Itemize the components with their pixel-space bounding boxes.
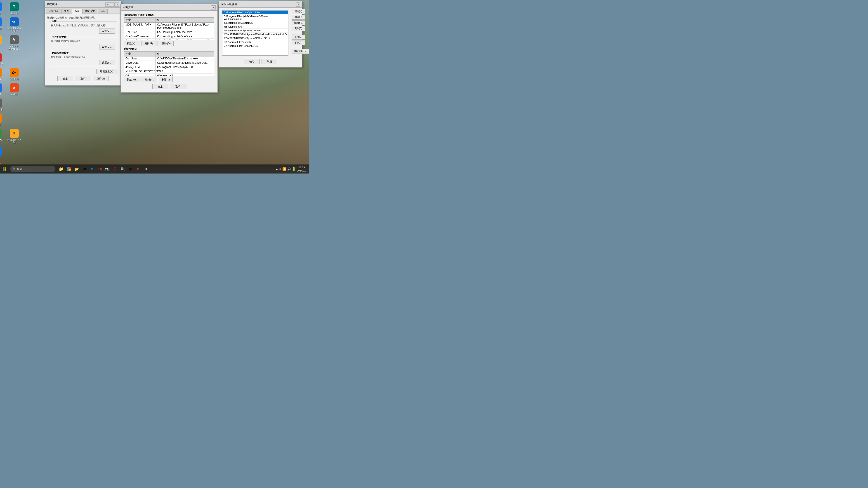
path-item-7[interactable]: C:\Program Files\dotnet\: [222, 40, 288, 44]
sys-props-apply-button[interactable]: 应用(A): [93, 76, 108, 81]
taskbar-file-icon[interactable]: 📂: [73, 165, 80, 173]
user-var-row-path[interactable]: Path C:\Users\liuguanlei\AppData\Local\M…: [124, 39, 214, 40]
path-item-1[interactable]: C:\Program Files (x86)\VMware\VMware Wor…: [222, 14, 288, 21]
tab-computer-name[interactable]: 计算机名: [46, 8, 61, 13]
user-vars-table[interactable]: 变量 值 MOZ_PLUGIN_PATH C:\Program Files (x…: [124, 18, 214, 40]
desktop-icon-firefox[interactable]: 🦊 Firefox: [0, 112, 6, 127]
path-item-3[interactable]: %SystemRoot%: [222, 25, 288, 29]
sys-props-cancel-button[interactable]: 取消: [75, 76, 91, 81]
sys-var-row-numcpu[interactable]: NUMBER_OF_PROCESSORS 24: [124, 69, 214, 74]
desktop-icon-aliwangwang[interactable]: 🛍 阿里旺旺: [6, 67, 23, 82]
edit-path-button-row: 确定 取消: [222, 59, 299, 64]
tray-battery-icon[interactable]: 🔋: [292, 167, 296, 171]
taskbar-folder-icon[interactable]: 🗂: [81, 165, 88, 173]
desktop-icon-xmind[interactable]: ✕ Xmind: [6, 82, 23, 97]
path-delete-button[interactable]: 删除(D): [291, 26, 305, 31]
tray-lang-icon[interactable]: 英: [279, 167, 281, 171]
taskbar-search2-icon[interactable]: 🔍: [119, 165, 126, 173]
user-var-row-onedrive[interactable]: OneDrive C:\Users\liuguanlei\OneDrive: [124, 30, 214, 34]
path-down-button[interactable]: 下移(O): [291, 40, 305, 45]
env-confirm-button[interactable]: 确定: [152, 84, 168, 89]
path-browse-button[interactable]: 浏览(B)...: [291, 20, 305, 25]
env-close-button[interactable]: ✕: [211, 5, 216, 9]
tab-system-protection[interactable]: 系统保护: [82, 8, 97, 13]
taskbar-youdao-icon[interactable]: 有: [134, 165, 142, 173]
path-item-2[interactable]: %SystemRoot%\system32: [222, 21, 288, 25]
tray-expand-icon[interactable]: ∧: [276, 167, 278, 171]
user-profiles-settings-button[interactable]: 设置(E)...: [99, 44, 115, 50]
edit-path-confirm-button[interactable]: 确定: [244, 59, 260, 64]
desktop-icon-guardman[interactable]: 🛡 电脑管家: [0, 128, 6, 145]
edit-path-cancel-button[interactable]: 取消: [261, 59, 277, 64]
sys-vars-table[interactable]: 变量 值 ComSpec C:\WINDOWS\system32\cmd.exe…: [124, 51, 214, 76]
tray-volume-icon[interactable]: 🔊: [287, 167, 291, 171]
path-up-button[interactable]: 上移(U): [291, 35, 305, 39]
taskbar-extra-icon[interactable]: ⊕: [142, 165, 149, 173]
sys-new-button[interactable]: 新建(W)...: [124, 77, 141, 82]
taskbar-camera-icon[interactable]: 📷: [104, 165, 111, 173]
maximize-button[interactable]: □: [110, 2, 115, 6]
desktop-icon-sunflower[interactable]: 🌻 向日葵远程控制: [6, 128, 23, 145]
path-item-8[interactable]: C:\Program Files\Tencent\QQNT: [222, 44, 288, 48]
path-new-button[interactable]: 新建(N): [291, 9, 305, 14]
path-edit-button[interactable]: 编辑(E): [291, 15, 305, 20]
sys-var-row-driverdata[interactable]: DriverData C:\Windows\System32\Drivers\D…: [124, 61, 214, 65]
desktop-icon-feishu[interactable]: ◉ 飞书: [0, 145, 6, 160]
taskbar-explorer-icon[interactable]: 📁: [58, 165, 65, 173]
desktop-icon-typora[interactable]: T Typora: [6, 1, 23, 16]
taskbar-search[interactable]: 🔍 搜索: [10, 166, 55, 172]
tab-advanced[interactable]: 高级: [72, 8, 82, 14]
desktop-icon-netspeed[interactable]: ↑↓ 网速诺手: [0, 82, 6, 97]
user-var-row-moz[interactable]: MOZ_PLUGIN_PATH C:\Program Files (x86)\F…: [124, 23, 214, 30]
edit-path-close-button[interactable]: ✕: [296, 2, 301, 6]
close-button[interactable]: ✕: [115, 2, 119, 6]
path-item-6[interactable]: %SYSTEMROOT%\System32\OpenSSH\: [222, 36, 288, 40]
sys-var-row-os[interactable]: OS Windows_NT: [124, 74, 214, 76]
sys-var-row-javahome[interactable]: JAVA_HOME C:\Program Files\Java\jdk-1.8: [124, 65, 214, 69]
user-var-row-onedrivecons[interactable]: OneDriveConsumer C:\Users\liuguanlei\One…: [124, 34, 214, 39]
taskbar-opera-icon[interactable]: O: [112, 165, 119, 173]
env-vars-titlebar[interactable]: 环境变量 ✕: [121, 4, 217, 11]
user-vars-header: 变量 值: [124, 18, 214, 23]
sys-props-confirm-button[interactable]: 确定: [57, 76, 73, 81]
xmind-icon: ✕: [10, 84, 19, 92]
tray-wifi-icon[interactable]: 📶: [282, 167, 286, 171]
sys-edit-button[interactable]: 编辑(I)...: [142, 77, 158, 82]
desktop-icon-drawio[interactable]: draw draw.io: [0, 67, 6, 82]
desktop-icon-docs[interactable]: 📁 文档: [0, 34, 6, 52]
minimize-button[interactable]: ─: [105, 2, 110, 6]
desktop-icon-chrome[interactable]: Google Chrome: [0, 161, 6, 164]
performance-settings-button[interactable]: 设置(V)...: [99, 28, 115, 34]
path-edit-text-button[interactable]: 编辑文本(T)...: [291, 49, 309, 54]
edit-path-titlebar[interactable]: 编辑环境变量 ✕: [219, 1, 302, 8]
tab-remote[interactable]: 远程: [98, 8, 107, 13]
taskbar-pdf-icon[interactable]: PDF: [96, 165, 103, 173]
taskbar-edge-icon[interactable]: e: [88, 165, 96, 173]
env-cancel-button[interactable]: 取消: [170, 84, 186, 89]
tray-time[interactable]: 11:13 2024/1/2: [297, 166, 307, 172]
user-vars-label: liuguanglei 的用户变量(U): [124, 13, 214, 17]
user-new-button[interactable]: 新建(N)...: [124, 41, 140, 46]
env-vars-button[interactable]: 环境变量(N)...: [96, 69, 119, 74]
start-button[interactable]: [0, 164, 9, 173]
desktop-icon-computer[interactable]: 🖥 此电脑: [0, 1, 6, 16]
path-item-0[interactable]: C:\Program Files\Java\jdk-1.8\bin: [222, 11, 288, 14]
taskbar-chrome-icon[interactable]: [65, 165, 72, 173]
desktop-icon-tencent-meeting[interactable]: 📹 腾讯会议: [0, 16, 6, 34]
path-item-4[interactable]: %SystemRoot%\System32\Wbem: [222, 29, 288, 33]
sys-delete-button[interactable]: 删除(L): [159, 77, 173, 82]
path-list[interactable]: C:\Program Files\Java\jdk-1.8\bin C:\Pro…: [222, 10, 288, 56]
desktop-icon-vmware[interactable]: V VMware Workstati...: [6, 34, 23, 52]
path-item-5[interactable]: %SYSTEMROOT%\System32\WindowsPowerShell\…: [222, 33, 288, 36]
taskbar-feishu-icon[interactable]: ◉: [127, 165, 134, 173]
desktop-icon-wps[interactable]: W WPS Office: [0, 52, 6, 67]
desktop-icon-everything[interactable]: 🔍 Everything: [0, 97, 6, 112]
user-delete-button[interactable]: 删除(D): [159, 41, 174, 46]
desktop-icon-vscode[interactable]: VS Visual Studio Code: [6, 16, 23, 34]
sys-props-titlebar[interactable]: 系统属性 ─ □ ✕: [45, 1, 121, 8]
tab-hardware[interactable]: 硬件: [61, 8, 71, 13]
startup-settings-button[interactable]: 设置(T)...: [99, 60, 115, 65]
startup-title: 启动和故障恢复: [51, 51, 70, 55]
sys-var-row-comspec[interactable]: ComSpec C:\WINDOWS\system32\cmd.exe: [124, 57, 214, 61]
user-edit-button[interactable]: 编辑(E)...: [142, 41, 158, 46]
